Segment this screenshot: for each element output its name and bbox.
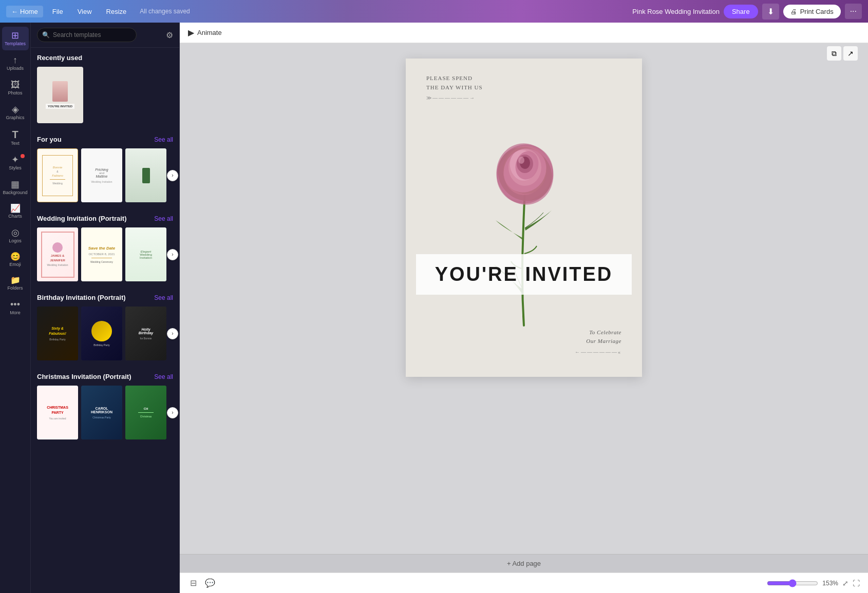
- svg-point-12: [518, 157, 524, 164]
- invited-banner[interactable]: YOU'RE INVITED: [416, 254, 632, 295]
- template-thumb-1[interactable]: Bonnie & Fabiano Wedding: [37, 148, 78, 202]
- for-you-next-arrow[interactable]: ›: [167, 170, 178, 181]
- birthday-section: Birthday Invitation (Portrait) See all S…: [31, 288, 179, 367]
- folders-label: Folders: [7, 285, 23, 291]
- duplicate-canvas-button[interactable]: ⧉: [827, 46, 841, 61]
- wedding-thumb-2[interactable]: Save the Date OCTOBER 8, 2021 Wedding Ce…: [81, 227, 122, 281]
- sidebar-item-more[interactable]: ••• More: [2, 296, 29, 319]
- recently-used-thumb[interactable]: YOU'RE INVITED: [37, 67, 83, 123]
- sidebar-item-charts[interactable]: 📈 Charts: [2, 200, 29, 223]
- print-label: Print Cards: [800, 8, 834, 15]
- sidebar-item-folders[interactable]: 📁 Folders: [2, 272, 29, 295]
- card-arrow-divider-right: ←——————«: [575, 348, 621, 356]
- for-you-title: For you: [37, 136, 62, 143]
- canvas-viewport[interactable]: ⧉ ↗ Please spend the day with us ≫——————…: [180, 43, 868, 554]
- wedding-section: Wedding Invitation (Portrait) See all JA…: [31, 208, 179, 288]
- card-line1: Please spend: [426, 74, 483, 83]
- photos-label: Photos: [8, 90, 22, 95]
- christmas-grid: CHRISTMASPARTY You are invited CAROLHENR…: [37, 386, 173, 439]
- wedding-thumb-1[interactable]: JAMES & JENNIFER Wedding Invitation: [37, 227, 78, 281]
- birthday-next-arrow[interactable]: ›: [167, 328, 178, 339]
- filter-button[interactable]: ⚙: [166, 30, 173, 40]
- sidebar-item-logos[interactable]: ◎ Logos: [2, 224, 29, 247]
- notes-button[interactable]: 💬: [203, 576, 217, 590]
- logos-label: Logos: [9, 238, 22, 243]
- download-icon: ⬇: [767, 7, 774, 16]
- birthday-thumb-1[interactable]: Sixty &Fabulous! Birthday Party: [37, 307, 78, 360]
- birthday-see-all[interactable]: See all: [154, 294, 173, 301]
- invited-text: YOU'RE INVITED: [435, 263, 613, 285]
- sidebar-item-uploads[interactable]: ↑ Uploads: [2, 51, 29, 75]
- resize-menu[interactable]: Resize: [101, 6, 132, 17]
- footer-left: ⊟ 💬: [188, 576, 217, 590]
- christmas-thumb-2[interactable]: CAROLHENRIKSON Christmas Party: [81, 386, 122, 439]
- for-you-see-all[interactable]: See all: [154, 136, 173, 143]
- navbar: ← Home File View Resize All changes save…: [0, 0, 868, 23]
- sidebar-item-photos[interactable]: 🖼 Photos: [2, 76, 29, 100]
- printer-icon: 🖨: [790, 8, 797, 15]
- charts-icon: 📈: [10, 204, 21, 213]
- sidebar-item-emoji[interactable]: 😊 Emoji: [2, 248, 29, 271]
- sidebar-item-text[interactable]: T Text: [2, 125, 29, 150]
- template-thumb-2[interactable]: Priching and Mattine Wedding Invitation: [81, 148, 122, 202]
- add-page-bar: + Add page: [180, 554, 868, 572]
- templates-label: Templates: [5, 41, 26, 46]
- search-bar: 🔍 ⚙: [31, 23, 179, 48]
- birthday-thumb-3[interactable]: HollyBirthday for Bonnie: [125, 307, 166, 360]
- page-nav-button[interactable]: ⊟: [188, 576, 199, 590]
- share-icon: ↗: [847, 49, 854, 58]
- wedding-next-arrow[interactable]: ›: [167, 249, 178, 260]
- graphics-label: Graphics: [6, 115, 24, 120]
- birthday-title: Birthday Invitation (Portrait): [37, 294, 126, 301]
- styles-label: Styles: [9, 165, 22, 170]
- emoji-label: Emoji: [9, 262, 21, 267]
- template-thumb-3[interactable]: [125, 148, 166, 202]
- zoom-slider[interactable]: [767, 579, 818, 587]
- sidebar-item-graphics[interactable]: ◈ Graphics: [2, 101, 29, 124]
- christmas-see-all[interactable]: See all: [154, 373, 173, 380]
- sidebar-item-background[interactable]: ▦ Background: [2, 176, 29, 199]
- more-label: More: [10, 310, 21, 315]
- search-input[interactable]: [37, 28, 137, 42]
- view-menu[interactable]: View: [72, 6, 97, 17]
- duplicate-icon: ⧉: [832, 49, 837, 58]
- print-button[interactable]: 🖨 Print Cards: [783, 5, 841, 18]
- for-you-section: For you See all Bonnie & Fabiano Wedding: [31, 129, 179, 208]
- for-you-header: For you See all: [37, 136, 173, 143]
- more-options-button[interactable]: ···: [845, 4, 862, 19]
- birthday-grid: Sixty &Fabulous! Birthday Party Birthday…: [37, 307, 173, 360]
- text-icon: T: [12, 129, 18, 140]
- wedding-title: Wedding Invitation (Portrait): [37, 215, 127, 222]
- fullscreen-button[interactable]: ⛶: [853, 579, 860, 587]
- add-page-button[interactable]: + Add page: [507, 560, 541, 567]
- wedding-header: Wedding Invitation (Portrait) See all: [37, 215, 173, 222]
- share-button[interactable]: Share: [724, 5, 758, 18]
- emoji-icon: 😊: [10, 253, 21, 261]
- uploads-icon: ↑: [13, 55, 17, 65]
- templates-icon: ⊞: [11, 31, 19, 40]
- bottom-line1: to Celebrate: [575, 328, 621, 337]
- download-button[interactable]: ⬇: [762, 4, 779, 20]
- sidebar-item-templates[interactable]: ⊞ Templates: [2, 27, 29, 50]
- canvas-page[interactable]: Please spend the day with us ≫——————→: [406, 59, 642, 377]
- christmas-next-arrow[interactable]: ›: [167, 407, 178, 418]
- wedding-grid: JAMES & JENNIFER Wedding Invitation Save…: [37, 227, 173, 281]
- share-canvas-button[interactable]: ↗: [843, 46, 858, 61]
- wedding-thumb-3[interactable]: Elegant Wedding Invitation: [125, 227, 166, 281]
- sidebar-item-styles[interactable]: ✦ Styles: [2, 151, 29, 175]
- animate-button[interactable]: ▶ Animate: [188, 28, 222, 37]
- background-label: Background: [3, 190, 27, 195]
- birthday-thumb-2[interactable]: Birthday Party: [81, 307, 122, 360]
- zoom-percent: 153%: [822, 580, 838, 587]
- animate-icon: ▶: [188, 28, 194, 37]
- zoom-fit-button[interactable]: ⤢: [842, 579, 848, 587]
- folders-icon: 📁: [10, 276, 21, 284]
- christmas-thumb-1[interactable]: CHRISTMASPARTY You are invited: [37, 386, 78, 439]
- page-nav-icon: ⊟: [190, 579, 197, 587]
- christmas-thumb-3[interactable]: CH Christmas: [125, 386, 166, 439]
- file-menu[interactable]: File: [47, 6, 68, 17]
- wedding-see-all[interactable]: See all: [154, 215, 173, 222]
- home-button[interactable]: ← Home: [6, 6, 43, 17]
- rose-illustration: [442, 89, 606, 336]
- background-icon: ▦: [11, 180, 20, 189]
